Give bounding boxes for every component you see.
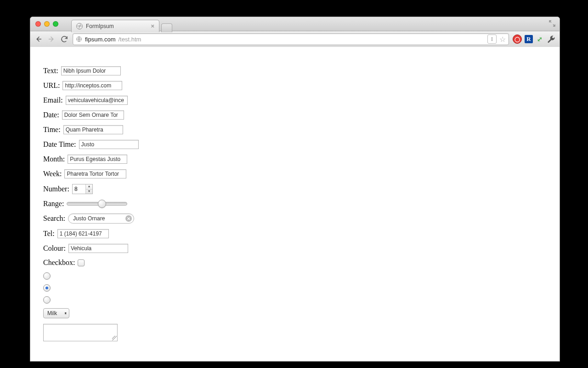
radio-option-1[interactable]: [43, 272, 51, 280]
step-up-icon[interactable]: ▲: [86, 184, 92, 190]
browser-toolbar: fipsum.com/test.htm I ☆ ◯ R ⤢: [30, 31, 560, 47]
week-label: Week:: [43, 170, 62, 178]
titlebar: FormIpsum ×: [30, 17, 560, 31]
nav-forward-button[interactable]: [47, 34, 56, 44]
adblock-icon[interactable]: ◯: [513, 34, 522, 44]
text-label: Text:: [43, 67, 58, 75]
month-label: Month:: [43, 155, 65, 163]
month-input[interactable]: [68, 155, 127, 164]
omnibox-right: I ☆: [487, 34, 506, 44]
tab-title: FormIpsum: [86, 23, 114, 29]
number-value[interactable]: [73, 184, 85, 194]
step-down-icon[interactable]: ▼: [86, 190, 92, 194]
window-controls: [30, 21, 58, 27]
week-input[interactable]: [64, 169, 126, 178]
tel-label: Tel:: [43, 230, 55, 238]
checkbox-label: Checkbox:: [43, 259, 75, 267]
number-stepper[interactable]: ▲ ▼: [85, 184, 92, 194]
nav-back-button[interactable]: [34, 34, 43, 44]
text-input[interactable]: [61, 66, 121, 75]
extensions-strip: ◯ R ⤢: [513, 34, 556, 44]
textarea-input[interactable]: [43, 324, 118, 341]
colour-input[interactable]: [68, 244, 128, 253]
browser-window: FormIpsum ×: [30, 17, 560, 362]
number-input[interactable]: ▲ ▼: [72, 184, 93, 194]
url-label: URL:: [43, 81, 60, 90]
url-host: fipsum.com: [85, 36, 115, 43]
fullscreen-extension-icon[interactable]: ⤢: [536, 35, 544, 43]
search-value: Justo Ornare: [73, 215, 105, 222]
checkbox-input[interactable]: [78, 259, 85, 266]
select-dropdown[interactable]: Milk ▲▼: [43, 308, 69, 318]
range-slider[interactable]: [67, 202, 127, 206]
close-window-button[interactable]: [35, 21, 41, 27]
radio-option-3[interactable]: [43, 296, 51, 304]
email-label: Email:: [43, 96, 63, 104]
radio-option-2[interactable]: [43, 284, 51, 292]
time-label: Time:: [43, 126, 61, 134]
browser-tab[interactable]: FormIpsum ×: [71, 20, 159, 32]
tel-input[interactable]: [57, 229, 109, 238]
colour-label: Colour:: [43, 244, 66, 253]
instapaper-icon[interactable]: I: [487, 34, 497, 44]
range-thumb[interactable]: [98, 200, 106, 208]
search-label: Search:: [43, 214, 65, 223]
radio-group: [43, 272, 560, 304]
bookmark-star-icon[interactable]: ☆: [499, 35, 506, 44]
resize-grip-icon[interactable]: [112, 336, 117, 340]
select-value: Milk: [47, 310, 57, 316]
zoom-window-button[interactable]: [53, 21, 58, 27]
minimize-window-button[interactable]: [44, 21, 50, 27]
date-label: Date:: [43, 111, 59, 119]
date-input[interactable]: [62, 110, 124, 120]
number-label: Number:: [43, 185, 69, 193]
maximize-hint-icon: [548, 20, 556, 27]
search-input[interactable]: Justo Ornare ✕: [68, 213, 134, 224]
email-input[interactable]: [66, 96, 128, 105]
search-clear-icon[interactable]: ✕: [125, 215, 132, 222]
url-input[interactable]: [62, 81, 122, 90]
page-viewport: Text: URL: Email: Date: Time:: [30, 47, 560, 361]
form-area: Text: URL: Email: Date: Time:: [30, 47, 560, 341]
time-input[interactable]: [63, 125, 123, 134]
new-tab-button[interactable]: [161, 23, 172, 32]
readability-icon[interactable]: R: [525, 35, 533, 43]
range-label: Range:: [43, 200, 64, 208]
tab-close-icon[interactable]: ×: [151, 23, 154, 29]
favicon-globe-icon: [76, 23, 83, 29]
site-identity-icon: [76, 36, 82, 42]
wrench-menu-button[interactable]: [547, 34, 556, 44]
address-bar[interactable]: fipsum.com/test.htm I ☆: [73, 33, 509, 45]
reload-button[interactable]: [60, 34, 69, 44]
datetime-label: Date Time:: [43, 140, 76, 149]
url-path: /test.htm: [118, 36, 141, 43]
datetime-input[interactable]: [79, 140, 139, 149]
